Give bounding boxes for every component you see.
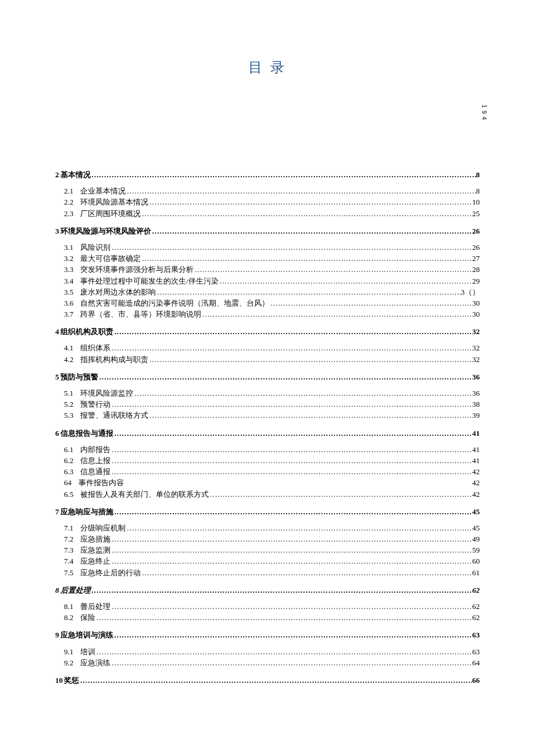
toc-page-number: 30 bbox=[472, 309, 480, 320]
toc-leader-dots bbox=[110, 535, 472, 544]
toc-page-number: 36 bbox=[472, 372, 480, 382]
toc-page-number: 42 bbox=[472, 478, 480, 488]
toc-label: 应急措施 bbox=[80, 534, 110, 544]
toc-label: 应急终止 bbox=[80, 556, 110, 567]
toc-entry: 2.1企业基本情况8 bbox=[55, 186, 480, 196]
toc-entry: 5.3报警、通讯联络方式39 bbox=[55, 410, 480, 421]
toc-leader-dots bbox=[148, 198, 472, 207]
toc-number: 4 bbox=[55, 327, 59, 337]
toc-label: 组织机构及职责 bbox=[60, 327, 113, 337]
toc-label: 应急演练 bbox=[80, 658, 110, 668]
toc-page-number: 60 bbox=[472, 556, 480, 567]
toc-number: 5 bbox=[55, 372, 59, 382]
document-page: 目 录 1 9 4 2基本情况82.1企业基本情况82.2环境风险源基本情况10… bbox=[0, 0, 535, 726]
toc-label: 突发环境事件源强分析与后果分析 bbox=[80, 264, 194, 275]
toc-entry: 4组织机构及职责32 bbox=[55, 327, 480, 337]
toc-label: 信息报告与通报 bbox=[60, 428, 113, 439]
toc-label: 被报告人及有关部门、单位的联系方式 bbox=[80, 489, 209, 500]
toc-label: 奖惩 bbox=[64, 675, 79, 686]
toc-entry: 6.3信息通报42 bbox=[55, 467, 480, 477]
toc-label: 预防与预警 bbox=[60, 372, 98, 382]
toc-leader-dots bbox=[141, 254, 472, 264]
toc-label: 环境风险源基本情况 bbox=[80, 197, 148, 207]
toc-page-number: 62 bbox=[472, 585, 480, 596]
toc-number: 3.1 bbox=[64, 242, 73, 253]
toc-leader-dots bbox=[79, 676, 472, 686]
toc-entry: 5预防与预警36 bbox=[55, 372, 480, 382]
toc-leader-dots bbox=[110, 602, 472, 612]
toc-entry: 5.2预警行动38 bbox=[55, 399, 480, 410]
toc-label: 预警行动 bbox=[80, 399, 110, 410]
side-number: 1 9 4 bbox=[481, 105, 487, 120]
toc-number: 9 bbox=[55, 630, 59, 640]
toc-page-number: 63 bbox=[472, 630, 480, 640]
toc-page-number: 41 bbox=[472, 445, 480, 455]
toc-label: 指挥机构构成与职责 bbox=[80, 354, 148, 365]
toc-leader-dots bbox=[95, 613, 472, 623]
toc-entry: 7.3应急监测59 bbox=[55, 545, 480, 556]
toc-page-number: 64 bbox=[472, 658, 480, 668]
toc-leader-dots bbox=[156, 288, 461, 298]
toc-number: 5.2 bbox=[64, 399, 73, 410]
toc-number: 9.1 bbox=[64, 647, 73, 657]
toc-number: 3.7 bbox=[64, 309, 73, 320]
toc-leader-dots bbox=[110, 658, 472, 668]
toc-number: 2 bbox=[55, 170, 59, 180]
toc-label: 分级响应机制 bbox=[80, 523, 126, 533]
toc-page-number: 62 bbox=[472, 601, 480, 612]
toc-label: 应急终止后的行动 bbox=[80, 568, 141, 578]
toc-number: 6 bbox=[55, 428, 59, 439]
toc-label: 后置处理 bbox=[60, 585, 91, 596]
toc-label: 应急培训与演练 bbox=[60, 630, 113, 640]
toc-label: 内部报告 bbox=[80, 445, 110, 455]
toc-label: 应急监测 bbox=[80, 545, 110, 556]
toc-number: 3.5 bbox=[64, 287, 73, 298]
toc-leader-dots bbox=[126, 187, 476, 196]
toc-entry: 3.4事件处理过程中可能发生的次生/伴生污染29 bbox=[55, 276, 480, 286]
toc-label: 信息上报 bbox=[80, 456, 110, 466]
toc-leader-dots bbox=[148, 355, 472, 365]
toc-label: 企业基本情况 bbox=[80, 186, 126, 196]
toc-label: 信息通报 bbox=[80, 467, 110, 477]
toc-entry: 8后置处理62 bbox=[55, 585, 480, 596]
toc-entry: 7.2应急措施49 bbox=[55, 534, 480, 544]
toc-entry: 7.4应急终止 60 bbox=[55, 556, 480, 567]
toc-leader-dots bbox=[110, 445, 472, 455]
toc-number: 3.3 bbox=[64, 264, 73, 275]
toc-label: 自然灾害可能造成的污染事件说明（汛期、地震、台风） bbox=[80, 298, 269, 309]
toc-page-number: 26 bbox=[472, 242, 480, 253]
toc-number: 2.2 bbox=[64, 197, 73, 207]
toc-number: 6.2 bbox=[64, 456, 73, 466]
toc-leader-dots bbox=[91, 586, 473, 596]
toc-label: 事件报告内容 bbox=[79, 478, 124, 488]
toc-number: 8 bbox=[55, 585, 59, 596]
toc-number: 8.1 bbox=[64, 601, 73, 612]
toc-leader-dots bbox=[110, 400, 472, 410]
toc-number: 6.3 bbox=[64, 467, 73, 477]
toc-page-number: 8 bbox=[476, 186, 480, 196]
page-title: 目 录 bbox=[55, 58, 480, 77]
toc-entry: 5.1环境风险源监控36 bbox=[55, 388, 480, 399]
toc-number: 3.6 bbox=[64, 298, 73, 309]
toc-label: 报警、通讯联络方式 bbox=[80, 410, 148, 421]
toc-leader-dots bbox=[151, 227, 473, 237]
toc-entry: 8.1善后处理62 bbox=[55, 601, 480, 612]
toc-entry: 2.3厂区周围环境概况25 bbox=[55, 209, 480, 219]
toc-label: 培训 bbox=[80, 647, 95, 657]
toc-page-number: 29 bbox=[472, 276, 480, 286]
toc-page-number: 30 bbox=[472, 298, 480, 309]
toc-page-number: 27 bbox=[472, 253, 480, 264]
toc-leader-dots bbox=[201, 310, 472, 320]
toc-number: 7 bbox=[55, 507, 59, 517]
toc-number: 64 bbox=[64, 478, 72, 488]
toc-leader-dots bbox=[110, 243, 472, 253]
toc-entry: 7.1分级响应机制45 bbox=[55, 523, 480, 533]
toc-page-number: 26 bbox=[472, 226, 480, 237]
toc-leader-dots bbox=[98, 372, 473, 382]
toc-page-number: 59 bbox=[472, 545, 480, 556]
toc-leader-dots bbox=[126, 524, 472, 533]
toc-leader-dots bbox=[110, 467, 472, 477]
toc-leader-dots bbox=[113, 327, 473, 337]
toc-leader-dots bbox=[133, 389, 472, 399]
toc-entry: 4.1组织体系32 bbox=[55, 343, 480, 353]
